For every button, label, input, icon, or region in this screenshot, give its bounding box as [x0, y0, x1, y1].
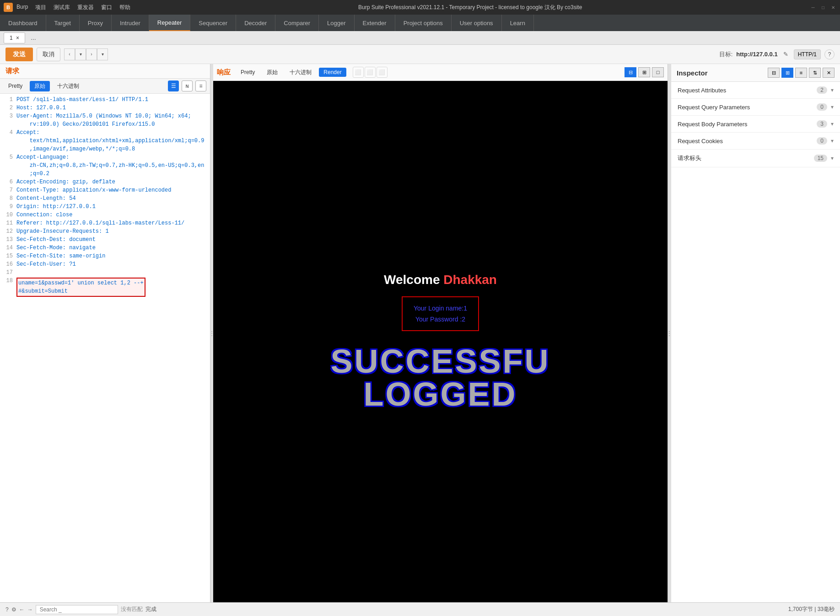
http-version-badge[interactable]: HTTP/1: [794, 49, 821, 59]
cancel-button[interactable]: 取消: [37, 48, 60, 61]
request-tab-pretty[interactable]: Pretty: [4, 81, 27, 91]
response-tab-hex[interactable]: 十六进制: [285, 67, 316, 78]
minimize-button[interactable]: ─: [810, 4, 816, 11]
close-button[interactable]: ✕: [830, 4, 836, 11]
response-tab-pretty[interactable]: Pretty: [236, 68, 259, 77]
response-tab-raw[interactable]: 原始: [262, 67, 282, 78]
nav-tab-target[interactable]: Target: [46, 15, 80, 31]
nav-tab-intruder[interactable]: Intruder: [112, 15, 149, 31]
code-line-14: 14 Sec-Fetch-Mode: navigate: [2, 244, 208, 252]
inspector-expand-btn[interactable]: ⇅: [809, 68, 821, 78]
menu-help[interactable]: 帮助: [119, 4, 130, 11]
welcome-name: Dhakkan: [443, 273, 497, 287]
view-split-h[interactable]: ⊟: [625, 67, 636, 77]
nav-tab-logger[interactable]: Logger: [319, 15, 354, 31]
menu-project[interactable]: 项目: [35, 4, 46, 11]
response-icon-3[interactable]: ⬜: [377, 67, 388, 78]
edit-target-icon[interactable]: ✎: [783, 51, 788, 58]
chevron-down-icon-1: ▾: [831, 104, 834, 110]
format-menu-icon[interactable]: ≡: [195, 80, 206, 91]
nav-tab-repeater[interactable]: Repeater: [149, 15, 190, 31]
inspector-align-btn[interactable]: ≡: [795, 68, 807, 78]
nav-tab-user-options[interactable]: User options: [452, 15, 502, 31]
request-code-editor[interactable]: 1 POST /sqli-labs-master/Less-11/ HTTP/1…: [0, 94, 210, 602]
response-panel: 响应 Pretty 原始 十六进制 Render ⬜ ⬜ ⬜ ⊟ ⊞ □ Wel…: [213, 64, 668, 602]
menu-resend[interactable]: 重发器: [77, 4, 94, 11]
status-forward-icon[interactable]: →: [27, 606, 33, 613]
request-tab-raw[interactable]: 原始: [30, 81, 50, 91]
nav-tab-comparer[interactable]: Comparer: [275, 15, 319, 31]
sub-tab-ellipsis[interactable]: …: [25, 33, 42, 43]
menu-test[interactable]: 测试库: [54, 4, 70, 11]
send-button[interactable]: 发送: [5, 48, 33, 61]
menu-burp[interactable]: Burp: [16, 4, 28, 11]
logged-text: LOGGED: [213, 378, 668, 411]
inspector-split-v-btn[interactable]: ⊞: [781, 68, 793, 78]
sub-tab-close-icon[interactable]: ×: [16, 35, 19, 41]
inspector-toolbar: ⊟ ⊞ ≡ ⇅ ✕: [768, 68, 835, 78]
response-tabs: Pretty 原始 十六进制 Render ⬜ ⬜ ⬜: [236, 67, 625, 78]
status-settings-icon[interactable]: ⚙: [11, 606, 16, 613]
nav-tab-proxy[interactable]: Proxy: [80, 15, 112, 31]
login-password-text: Your Password :2: [414, 314, 467, 325]
nav-back-dropdown[interactable]: ▾: [75, 48, 86, 60]
inspector-header: Inspector ⊟ ⊞ ≡ ⇅ ✕: [671, 64, 840, 82]
inspector-section-attributes[interactable]: Request Attributes 2 ▾: [671, 82, 840, 99]
status-bar-stats: 1,700字节 | 33毫秒: [788, 605, 835, 613]
nav-tab-learn[interactable]: Learn: [502, 15, 534, 31]
help-button[interactable]: ?: [824, 49, 835, 59]
welcome-text: Welcome Dhakkan: [384, 273, 497, 287]
response-icon-2[interactable]: ⬜: [365, 67, 376, 78]
code-line-12: 12 Upgrade-Insecure-Requests: 1: [2, 227, 208, 236]
code-line-4: 4 Accept:: [2, 129, 208, 137]
nav-forward-button[interactable]: ›: [86, 48, 97, 60]
window-title: Burp Suite Professional v2021.12.1 - Tem…: [358, 4, 582, 11]
format-list-icon[interactable]: ☰: [168, 80, 179, 91]
search-input[interactable]: [36, 605, 118, 614]
request-tab-hex[interactable]: 十六进制: [53, 81, 84, 91]
sub-tab-1[interactable]: 1 ×: [4, 32, 25, 43]
code-line-5c: ;q=0.2: [2, 170, 208, 178]
status-back-icon[interactable]: ←: [19, 606, 25, 613]
code-line-6: 6 Accept-Encoding: gzip, deflate: [2, 178, 208, 186]
nav-tab-extender[interactable]: Extender: [355, 15, 395, 31]
inspector-close-btn[interactable]: ✕: [823, 68, 835, 78]
view-single[interactable]: □: [652, 67, 664, 77]
title-menus: Burp 项目 测试库 重发器 窗口 帮助: [16, 4, 130, 11]
inspector-title: Inspector: [677, 69, 768, 77]
menu-window[interactable]: 窗口: [101, 4, 112, 11]
nav-tab-dashboard[interactable]: Dashboard: [0, 15, 46, 31]
inspector-section-cookies[interactable]: Request Cookies 0 ▾: [671, 133, 840, 150]
target-label: 目标:: [719, 50, 733, 59]
inspector-section-body-params[interactable]: Request Body Parameters 3 ▾: [671, 116, 840, 133]
response-tab-render[interactable]: Render: [319, 68, 346, 77]
chevron-down-icon-3: ▾: [831, 138, 834, 144]
nav-tab-decoder[interactable]: Decoder: [236, 15, 275, 31]
code-line-15: 15 Sec-Fetch-Site: same-origin: [2, 252, 208, 260]
section-label-query: Request Query Parameters: [678, 104, 817, 111]
app-logo: B: [4, 3, 13, 12]
inspector-split-h-btn[interactable]: ⊟: [768, 68, 780, 78]
inspector-section-query-params[interactable]: Request Query Parameters 0 ▾: [671, 99, 840, 116]
format-n-icon[interactable]: ɴ: [182, 80, 193, 91]
inspector-section-headers[interactable]: 请求标头 15 ▾: [671, 150, 840, 167]
section-label-body: Request Body Parameters: [678, 121, 817, 128]
maximize-button[interactable]: □: [820, 4, 826, 11]
success-text: SUCCESSFU: [213, 345, 668, 378]
response-header-row: 响应 Pretty 原始 十六进制 Render ⬜ ⬜ ⬜ ⊟ ⊞ □: [213, 64, 668, 81]
nav-forward-dropdown[interactable]: ▾: [97, 48, 108, 60]
status-help-icon[interactable]: ?: [5, 606, 9, 613]
code-line-7: 7 Content-Type: application/x-www-form-u…: [2, 186, 208, 194]
code-line-4c: ,image/avif,image/webp,*/*;q=0.8: [2, 145, 208, 153]
code-line-9: 9 Origin: http://127.0.0.1: [2, 203, 208, 211]
render-area: Welcome Dhakkan Your Login name:1 Your P…: [213, 81, 668, 602]
nav-back-button[interactable]: ‹: [64, 48, 75, 60]
code-line-5: 5 Accept-Language:: [2, 153, 208, 161]
title-bar: B Burp 项目 测试库 重发器 窗口 帮助 Burp Suite Profe…: [0, 0, 840, 15]
section-label-cookies: Request Cookies: [678, 138, 817, 145]
nav-tab-project-options[interactable]: Project options: [395, 15, 452, 31]
view-split-v[interactable]: ⊞: [638, 67, 650, 77]
code-line-2: 2 Host: 127.0.0.1: [2, 104, 208, 112]
nav-tab-sequencer[interactable]: Sequencer: [190, 15, 236, 31]
response-icon-1[interactable]: ⬜: [353, 67, 364, 78]
